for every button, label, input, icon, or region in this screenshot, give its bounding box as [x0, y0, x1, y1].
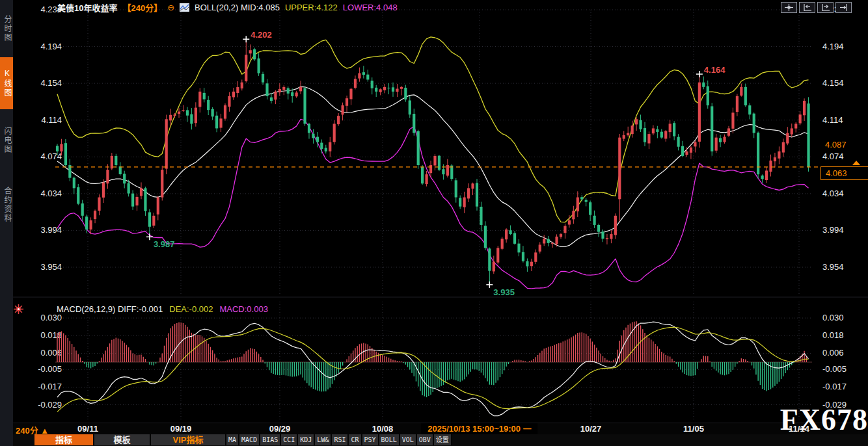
date-tick-label: 10/08	[353, 424, 412, 434]
macd-hist-label: MACD:0.003	[219, 304, 267, 314]
toolbar-rsi[interactable]: RSI	[332, 434, 349, 445]
indicator-toolbar: 指标模板VIP指标MAMACDBIASCCIKDJLW&RSICRPSYBOLL…	[13, 434, 868, 446]
boll-lower-label: LOWER:4.048	[343, 3, 398, 12]
boll-mid-label: BOLL(20,2) MID:4.085	[195, 3, 280, 12]
toolbar-boll[interactable]: BOLL	[379, 434, 400, 445]
extreme-price-label: 4.164	[704, 65, 726, 75]
date-axis: 240分 ▲ 2025/10/13 15:00~19:00 一 09/1109/…	[13, 423, 868, 434]
chart-header: 美债10年收益率 【240分】 ⊖ BOLL(20,2) MID:4.085 U…	[57, 2, 398, 12]
watermark: FX678	[780, 402, 868, 437]
shift-left-button[interactable]	[799, 2, 815, 13]
pan-tool-button[interactable]	[781, 2, 797, 13]
indicator-settings-icon[interactable]	[14, 304, 23, 314]
date-tick-label: 09/11	[59, 424, 117, 434]
macd-diff-label: MACD(26,12,9) DIFF:-0.001	[57, 304, 163, 314]
toolbar-template[interactable]: 模板	[94, 434, 151, 445]
chart-canvas[interactable]	[0, 0, 868, 423]
toolbar-obv[interactable]: OBV	[417, 434, 434, 445]
macd-dea-label: DEA:-0.002	[169, 304, 213, 314]
shift-right-button[interactable]	[817, 2, 834, 13]
period-label[interactable]: 【240分】	[122, 1, 162, 14]
toolbar-psy[interactable]: PSY	[362, 434, 379, 445]
macd-header: MACD(26,12,9) DIFF:-0.001 DEA:-0.002 MAC…	[57, 304, 268, 314]
selected-candle-date: 2025/10/13 15:00~19:00 一	[421, 423, 537, 434]
indicator-thumbnail-icon[interactable]	[180, 3, 189, 12]
last-price-tag: 4.063	[821, 166, 868, 180]
date-tick-label: 09/29	[251, 424, 309, 434]
toolbar-vol[interactable]: VOL	[400, 434, 417, 445]
toolbar-indicator[interactable]: 指标	[34, 434, 94, 445]
toolbar-lw[interactable]: LW&	[315, 434, 332, 445]
axis-right-icon	[821, 2, 830, 14]
extreme-price-label: 3.935	[493, 287, 515, 297]
price-up-arrow-icon	[852, 161, 860, 165]
toolbar-macd[interactable]: MACD	[239, 434, 260, 445]
toolbar-ma[interactable]: MA	[226, 434, 239, 445]
symbol-title: 美债10年收益率	[57, 1, 117, 14]
toolbar-cr[interactable]: CR	[349, 434, 362, 445]
collapse-indicator-icon[interactable]: ⊖	[167, 3, 174, 12]
chart-application: 分时图K线图闪电图合约资料 美债10年收益率 【240分】 ⊖ BOLL(20,…	[0, 0, 868, 446]
extreme-price-label: 4.202	[251, 30, 272, 40]
date-tick-label: 10/27	[562, 424, 620, 434]
toolbar-settings[interactable]: 设置	[434, 434, 452, 445]
extreme-price-label: 3.987	[154, 239, 175, 249]
pan-cross-icon	[785, 2, 793, 14]
toolbar-cci[interactable]: CCI	[281, 434, 298, 445]
toolbar-vip-indicator[interactable]: VIP指标	[151, 434, 226, 445]
toolbar-kdj[interactable]: KDJ	[298, 434, 315, 445]
toolbar-bias[interactable]: BIAS	[260, 434, 281, 445]
date-tick-label: 11/05	[664, 424, 723, 434]
date-tick-label: 09/19	[152, 424, 210, 434]
arrow-out-icon	[839, 2, 848, 14]
mid-band-price-tag: 4.087	[821, 138, 868, 151]
axis-left-icon	[803, 2, 811, 14]
jump-to-latest-button[interactable]	[835, 2, 852, 13]
boll-upper-label: UPPER:4.122	[285, 3, 338, 12]
